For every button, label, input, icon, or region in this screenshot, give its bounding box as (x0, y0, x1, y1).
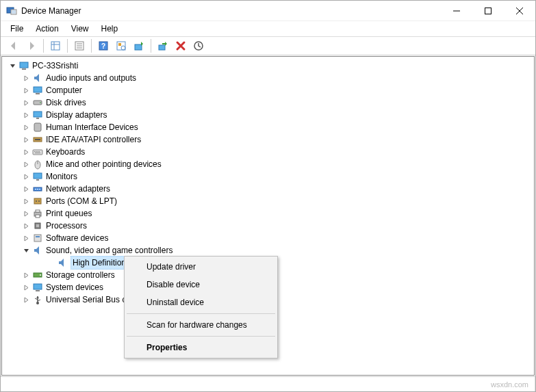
forward-button[interactable] (23, 38, 40, 54)
close-button[interactable] (504, 1, 535, 21)
tree-item-label: IDE ATA/ATAPI controllers (46, 133, 141, 146)
chevron-right-icon[interactable] (21, 159, 31, 169)
properties-button[interactable] (71, 38, 88, 54)
svg-point-28 (40, 102, 41, 103)
svg-rect-55 (34, 235, 41, 241)
ctx-update-driver[interactable]: Update driver (126, 258, 276, 276)
chevron-down-icon[interactable] (21, 246, 31, 255)
chevron-right-icon[interactable] (21, 122, 31, 132)
status-pane (1, 377, 535, 391)
tree-item[interactable]: Sound, video and game controllers (5, 244, 534, 257)
tree-item-label: Display adapters (46, 109, 107, 121)
tree-item-label: Mice and other pointing devices (46, 158, 162, 170)
svg-point-58 (40, 274, 41, 276)
tree-item[interactable]: Network adapters (5, 183, 534, 195)
computer-icon (32, 85, 43, 96)
enable-button[interactable] (190, 38, 207, 54)
svg-rect-46 (39, 189, 40, 190)
chevron-down-icon[interactable] (8, 61, 17, 70)
audio-icon (32, 245, 43, 256)
menubar: File Action View Help (1, 21, 535, 36)
ide-icon (32, 134, 43, 145)
chevron-right-icon[interactable] (21, 110, 31, 120)
tree-item[interactable]: Print queues (5, 207, 534, 220)
svg-rect-19 (135, 44, 142, 50)
chevron-right-icon[interactable] (21, 98, 31, 107)
tree-root-label: PC-33Srishti (32, 60, 78, 72)
tree-item-label: Audio inputs and outputs (46, 72, 136, 84)
chevron-right-icon[interactable] (21, 184, 31, 194)
maximize-button[interactable] (472, 1, 504, 21)
network-icon (32, 183, 43, 194)
svg-rect-35 (34, 151, 36, 152)
menu-action[interactable]: Action (30, 23, 64, 35)
tree-item[interactable]: Human Interface Devices (5, 121, 534, 133)
window-title: Device Manager (21, 6, 441, 16)
toolbar-separator (67, 39, 68, 53)
svg-rect-29 (34, 112, 42, 117)
chevron-right-icon[interactable] (21, 196, 31, 206)
back-button[interactable] (5, 38, 23, 54)
svg-rect-60 (36, 290, 40, 291)
audio-icon (57, 257, 68, 268)
tree-item[interactable]: Audio inputs and outputs (5, 72, 534, 84)
tree-item-label: Human Interface Devices (46, 121, 138, 133)
tree-item[interactable]: Display adapters (5, 109, 534, 121)
update-driver-button[interactable] (130, 38, 148, 54)
svg-rect-37 (38, 151, 40, 152)
scan-hardware-button[interactable] (112, 38, 130, 54)
menu-help[interactable]: Help (96, 23, 124, 35)
tree-item-label: Universal Serial Bus c (46, 293, 126, 306)
svg-rect-26 (36, 93, 40, 94)
toolbar-separator (91, 39, 92, 53)
tree-item-label: Ports (COM & LPT) (46, 195, 117, 207)
show-hide-tree-button[interactable] (47, 38, 64, 54)
tree-item[interactable]: Computer (5, 84, 534, 96)
tree-root[interactable]: PC-33Srishti (5, 60, 534, 72)
menu-view[interactable]: View (66, 23, 94, 35)
tree-item[interactable]: Ports (COM & LPT) (5, 195, 534, 207)
statusbar (1, 376, 535, 391)
help-button[interactable]: ? (94, 38, 112, 54)
tree-item-label: Disk drives (46, 96, 86, 109)
chevron-right-icon[interactable] (21, 295, 31, 304)
chevron-right-icon[interactable] (21, 73, 31, 83)
display-icon (32, 109, 43, 120)
tree-item[interactable]: Keyboards (5, 146, 534, 158)
ctx-separator (127, 313, 275, 314)
svg-rect-2 (12, 10, 16, 14)
ctx-disable-device[interactable]: Disable device (126, 276, 276, 293)
cpu-icon (32, 220, 43, 231)
chevron-right-icon[interactable] (21, 221, 31, 231)
chevron-right-icon[interactable] (21, 86, 31, 95)
chevron-right-icon[interactable] (21, 135, 31, 144)
ctx-scan-hardware[interactable]: Scan for hardware changes (126, 316, 276, 334)
chevron-right-icon[interactable] (21, 270, 31, 280)
disable-button[interactable] (154, 38, 172, 54)
svg-rect-59 (34, 284, 42, 289)
chevron-right-icon[interactable] (21, 283, 31, 292)
minimize-button[interactable] (441, 1, 472, 21)
tree-item[interactable]: Disk drives (5, 96, 534, 109)
tree-item[interactable]: IDE ATA/ATAPI controllers (5, 133, 534, 146)
svg-rect-54 (36, 224, 39, 227)
audio-icon (32, 73, 43, 83)
tree-item[interactable]: Software devices (5, 232, 534, 244)
chevron-right-icon[interactable] (21, 147, 31, 157)
tree-item[interactable]: Monitors (5, 170, 534, 183)
svg-rect-56 (36, 236, 40, 237)
svg-rect-42 (36, 179, 39, 181)
chevron-right-icon[interactable] (21, 233, 31, 243)
chevron-right-icon[interactable] (21, 172, 31, 181)
tree-item[interactable]: Processors (5, 220, 534, 232)
ctx-uninstall-device[interactable]: Uninstall device (126, 293, 276, 311)
svg-rect-33 (35, 139, 40, 140)
uninstall-button[interactable] (172, 38, 190, 54)
svg-rect-17 (118, 43, 121, 46)
tree-item[interactable]: Mice and other pointing devices (5, 158, 534, 170)
ctx-properties[interactable]: Properties (126, 339, 276, 356)
menu-file[interactable]: File (5, 23, 29, 35)
chevron-right-icon[interactable] (21, 209, 31, 218)
svg-rect-44 (35, 189, 36, 190)
svg-rect-20 (159, 45, 165, 50)
